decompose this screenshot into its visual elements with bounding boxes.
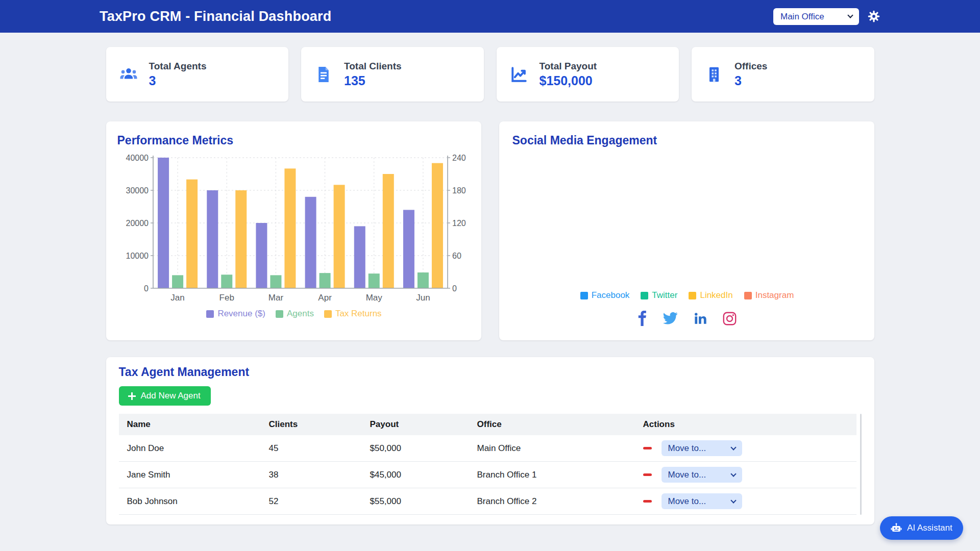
stat-value: 3 [734,73,767,88]
table-scrollbar[interactable] [860,414,862,515]
legend-label: Tax Returns [335,309,382,319]
legend-swatch [744,292,752,299]
cell-name: Jane Smith [119,462,261,488]
tax-agent-management-card: Tax Agent Management Add New Agent Name … [106,357,874,524]
social-media-card: Social Media Engagement FacebookTwitterL… [499,121,874,340]
social-legend-item: Twitter [641,290,677,300]
legend-label: Facebook [592,290,630,300]
stat-value: $150,000 [540,73,597,88]
cell-office: Branch Office 2 [469,488,635,515]
svg-text:0: 0 [144,284,149,293]
social-title: Social Media Engagement [512,134,862,147]
column-header-name: Name [119,414,261,435]
svg-text:10000: 10000 [126,252,149,260]
performance-chart: JanFebMarAprMayJun0100002000030000400000… [117,153,471,308]
svg-text:30000: 30000 [126,186,149,195]
legend-swatch [206,310,214,318]
cell-actions: Move to... [635,462,856,488]
move-to-select[interactable]: Move to... [662,493,742,509]
svg-text:Apr: Apr [318,293,332,303]
users-icon [119,65,138,84]
cell-payout: $45,000 [362,462,469,488]
agents-table-wrap: Name Clients Payout Office Actions John … [119,414,862,515]
stat-card-total-clients: Total Clients 135 [301,47,484,102]
stat-label: Total Payout [540,61,597,72]
legend-label: Twitter [652,290,677,300]
legend-swatch [689,292,696,299]
move-select-wrap: Move to... [662,440,742,456]
office-selector-wrap: Main Office [773,8,859,25]
building-icon [705,65,723,84]
table-title: Tax Agent Management [119,365,862,379]
legend-label: LinkedIn [700,290,732,300]
svg-text:60: 60 [452,252,461,260]
chart-line-icon [510,65,528,84]
facebook-icon[interactable] [638,311,647,326]
svg-text:120: 120 [452,219,466,228]
legend-swatch [580,292,588,299]
cell-clients: 45 [261,435,362,462]
table-header-row: Name Clients Payout Office Actions [119,414,856,435]
cell-clients: 52 [261,488,362,515]
legend-swatch [324,310,332,318]
cell-office: Branch Office 1 [469,462,635,488]
performance-metrics-card: Performance Metrics JanFebMarAprMayJun01… [106,121,481,340]
cell-clients: 38 [261,462,362,488]
cell-office: Main Office [469,435,635,462]
legend-item: Revenue ($) [206,309,265,319]
stat-card-total-payout: Total Payout $150,000 [497,47,679,102]
column-header-actions: Actions [635,414,856,435]
instagram-icon[interactable] [723,312,737,325]
column-header-office: Office [469,414,635,435]
stat-label: Total Clients [344,61,402,72]
svg-text:40000: 40000 [126,154,149,162]
column-header-payout: Payout [362,414,469,435]
stat-card-offices: Offices 3 [692,47,874,102]
legend-item: Tax Returns [324,309,382,319]
stat-value: 135 [344,73,402,88]
remove-agent-icon[interactable] [643,473,652,476]
table-row: Jane Smith38$45,000Branch Office 1Move t… [119,462,856,488]
table-row: Bob Johnson52$55,000Branch Office 2Move … [119,488,856,515]
performance-legend: Revenue ($)AgentsTax Returns [117,309,471,319]
bar-chart: JanFebMarAprMayJun0100002000030000400000… [117,153,472,306]
legend-label: Revenue ($) [217,309,265,319]
move-to-select[interactable]: Move to... [662,440,742,456]
stat-card-total-agents: Total Agents 3 [106,47,289,102]
cell-name: John Doe [119,435,261,462]
plus-icon [128,392,136,400]
robot-icon [891,523,902,533]
stat-label: Offices [734,61,767,72]
column-header-clients: Clients [261,414,362,435]
cell-actions: Move to... [635,435,856,462]
move-to-select[interactable]: Move to... [662,467,742,483]
social-legend-item: Instagram [744,290,794,300]
social-legend: FacebookTwitterLinkedInInstagram [512,290,862,300]
social-legend-item: LinkedIn [689,290,732,300]
svg-text:0: 0 [452,284,457,293]
legend-item: Agents [276,309,314,319]
document-icon [314,65,333,84]
stat-label: Total Agents [149,61,207,72]
social-legend-item: Facebook [580,290,630,300]
agents-table: Name Clients Payout Office Actions John … [119,414,856,515]
svg-text:Jun: Jun [416,293,430,303]
remove-agent-icon[interactable] [643,447,652,449]
performance-title: Performance Metrics [117,134,471,147]
legend-swatch [641,292,648,299]
gear-icon[interactable] [867,10,880,23]
app-title: TaxPro CRM - Financial Dashboard [100,9,331,24]
twitter-icon[interactable] [663,312,678,325]
office-selector[interactable]: Main Office [773,8,859,25]
svg-text:20000: 20000 [126,219,149,228]
table-row: John Doe45$50,000Main OfficeMove to... [119,435,856,462]
ai-assistant-button[interactable]: AI Assistant [880,516,963,540]
add-new-agent-button[interactable]: Add New Agent [119,386,211,406]
cell-actions: Move to... [635,488,856,515]
remove-agent-icon[interactable] [643,500,652,503]
cell-payout: $55,000 [362,488,469,515]
legend-label: Instagram [755,290,794,300]
social-chart-empty-area [512,147,862,290]
linkedin-icon[interactable] [694,312,707,325]
move-select-wrap: Move to... [662,493,742,509]
